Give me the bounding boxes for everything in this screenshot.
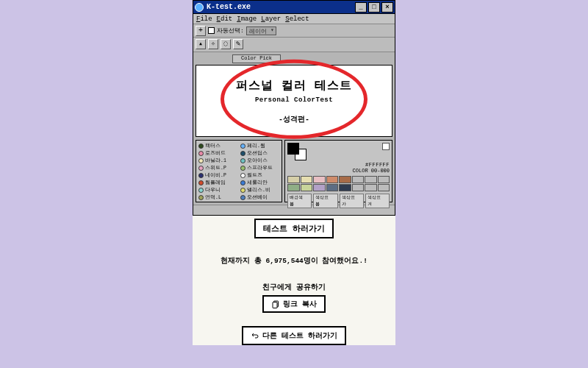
layer-label: 캑터스 [205, 143, 220, 149]
copy-link-label: 링크 복사 [283, 299, 317, 309]
swatch[interactable] [352, 176, 365, 183]
swatch[interactable] [326, 184, 339, 191]
options-bar: + 자동선택: 레이어 [193, 24, 395, 38]
layer-color-dot [198, 173, 204, 178]
layer-item[interactable]: 스프라우트 [240, 165, 279, 171]
layers-panel: 캑터스페리.윙로즈버드오션딥스바닐라.1오아이스스위트.P스프라우트네이비.P월… [196, 140, 282, 202]
minimize-button[interactable]: _ [355, 2, 367, 13]
swatch[interactable] [365, 176, 377, 183]
swatch[interactable] [378, 176, 390, 183]
layer-label: 오아이스 [247, 158, 268, 164]
pointer-tool[interactable]: ▴ [196, 39, 206, 49]
layer-item[interactable]: 월트즈 [240, 172, 279, 179]
menu-edit[interactable]: Edit [217, 15, 233, 23]
layer-label: 웜플레임 [205, 180, 226, 186]
layer-color-dot [240, 151, 245, 156]
swatch[interactable] [287, 184, 300, 191]
clipboard-icon [271, 300, 280, 308]
layer-color-dot [198, 158, 204, 163]
auto-select-dropdown[interactable]: 레이어 [246, 26, 276, 35]
swatch[interactable] [313, 176, 326, 183]
swatch-band-button[interactable]: 색상표 봄 [313, 194, 337, 208]
layer-item[interactable]: 스위트.P [198, 165, 237, 171]
layer-item[interactable]: 로즈버드 [198, 150, 237, 157]
layer-color-dot [240, 195, 245, 200]
canvas-area: Color Pick 퍼스널 컬러 테스트 Personal ColorTest… [193, 52, 395, 205]
layer-item[interactable]: 캑터스 [198, 143, 237, 149]
layer-item[interactable]: 웜플레임 [198, 180, 237, 186]
tagline: -성격편- [279, 114, 309, 124]
layer-item[interactable]: 바닐라.1 [198, 158, 237, 164]
menu-layer[interactable]: Layer [261, 15, 281, 23]
layer-color-dot [198, 180, 204, 185]
swatch[interactable] [287, 176, 300, 183]
fg-bg-swatch[interactable] [287, 143, 306, 160]
palette-label: Color Pick [232, 54, 281, 63]
color-panel: #FFFFFF COLOR 00-000 배경색 봄색상표 봄색상표 가색상표 … [284, 140, 392, 202]
layer-item[interactable]: 오션베이 [240, 194, 279, 201]
svg-rect-1 [273, 302, 277, 308]
layer-color-dot [240, 188, 245, 193]
wand-tool[interactable]: ✧ [208, 39, 218, 49]
layer-item[interactable]: 네이비.P [198, 172, 237, 179]
auto-select-checkbox[interactable] [208, 27, 215, 34]
layer-color-dot [240, 166, 245, 171]
share-header: 친구에게 공유하기 [193, 282, 395, 292]
layer-item[interactable]: 오션딥스 [240, 150, 279, 157]
start-test-button[interactable]: 테스트 하러가기 [254, 219, 334, 238]
layer-label: 다우니 [205, 187, 220, 194]
fg-swatch [287, 143, 299, 155]
layer-color-dot [198, 144, 204, 149]
swatch[interactable] [313, 184, 326, 191]
title-card: 퍼스널 컬러 테스트 Personal ColorTest -성격편- [196, 65, 392, 137]
layer-label: 바닐라.1 [205, 158, 226, 164]
more-tests-button[interactable]: 다른 테스트 하러가기 [242, 326, 346, 345]
close-button[interactable]: × [381, 2, 393, 13]
subline: Personal ColorTest [255, 96, 333, 104]
swatch[interactable] [301, 184, 313, 191]
layer-item[interactable]: 페리.윙 [240, 143, 279, 149]
color-coord: COLOR 00-000 [287, 168, 390, 174]
menu-image[interactable]: Image [237, 15, 257, 23]
hex-readout: #FFFFFF [287, 162, 390, 168]
menu-file[interactable]: File [196, 15, 212, 23]
swatch[interactable] [378, 184, 390, 191]
titlebar: K-test.exe _ □ × [193, 1, 395, 14]
swatch[interactable] [301, 176, 313, 183]
brush-tool[interactable]: ✎ [233, 39, 243, 49]
layer-item[interactable]: 언덕.L [198, 194, 237, 201]
swatch[interactable] [352, 184, 365, 191]
swatch[interactable] [339, 176, 351, 183]
layer-color-dot [240, 158, 245, 163]
layer-label: 언덕.L [205, 194, 221, 201]
eraser-icon[interactable] [382, 143, 390, 150]
return-arrow-icon [251, 331, 259, 340]
layer-color-dot [240, 173, 245, 178]
tool-row: ▴ ✧ ◌ ✎ [193, 38, 395, 52]
layer-color-dot [198, 188, 204, 193]
swatch-band-buttons: 배경색 봄색상표 봄색상표 가색상표 겨 [287, 194, 390, 208]
layer-item[interactable]: 앨리스.비 [240, 187, 279, 194]
layer-label: 스프라우트 [247, 165, 273, 171]
swatch-band-button[interactable]: 색상표 겨 [365, 194, 390, 208]
swatch[interactable] [365, 184, 377, 191]
move-tool-icon[interactable]: + [196, 26, 206, 36]
swatch[interactable] [326, 176, 339, 183]
layer-label: 페리.윙 [247, 143, 265, 149]
copy-link-button[interactable]: 링크 복사 [262, 295, 326, 313]
layer-label: 오션베이 [247, 194, 268, 201]
layer-color-dot [198, 166, 204, 171]
swatch-band-button[interactable]: 배경색 봄 [287, 194, 312, 208]
lasso-tool[interactable]: ◌ [220, 39, 231, 49]
retro-window: K-test.exe _ □ × File Edit Image Layer S… [193, 0, 395, 216]
menu-select[interactable]: Select [285, 15, 309, 23]
swatch-band-button[interactable]: 색상표 가 [340, 194, 364, 208]
layer-item[interactable]: 세룰리안 [240, 180, 279, 186]
maximize-button[interactable]: □ [368, 2, 380, 13]
layer-item[interactable]: 다우니 [198, 187, 237, 194]
layer-label: 로즈버드 [205, 150, 226, 157]
swatch[interactable] [339, 184, 351, 191]
window-title: K-test.exe [207, 3, 251, 11]
layer-color-dot [198, 151, 204, 156]
layer-item[interactable]: 오아이스 [240, 158, 279, 164]
